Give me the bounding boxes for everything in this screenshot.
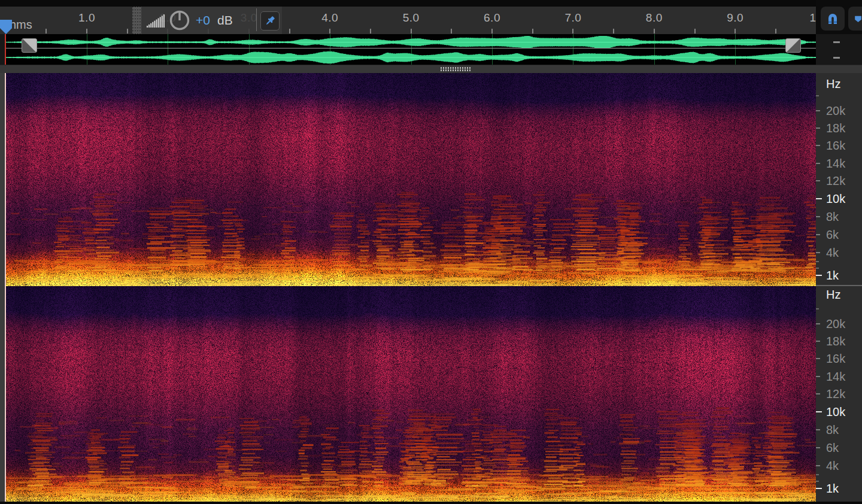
- frequency-label: 1k: [826, 482, 839, 496]
- spectrogram-canvas-2[interactable]: [6, 286, 816, 502]
- frequency-tick: [816, 252, 820, 253]
- fade-in-handle[interactable]: [22, 38, 37, 53]
- playhead-line-spect1: [5, 73, 6, 286]
- frequency-tick-minor: [816, 268, 819, 269]
- frequency-tick: [816, 376, 820, 377]
- ruler-time-label: 9.0: [718, 11, 752, 25]
- frequency-tick-minor: [816, 261, 819, 262]
- frequency-label: 10k: [826, 192, 845, 206]
- frequency-tick: [816, 393, 820, 394]
- gain-unit-label: dB: [217, 13, 233, 28]
- header-toolbar: [816, 0, 862, 34]
- frequency-label: 20k: [826, 104, 845, 118]
- ruler-tick: [694, 29, 696, 34]
- ruler-time-label: 4.0: [313, 11, 347, 25]
- frequency-unit-label: Hz: [826, 77, 840, 91]
- frequency-label: 8k: [826, 423, 839, 437]
- left-margin: [0, 73, 5, 286]
- ruler-tick: [329, 29, 330, 34]
- frequency-label: 8k: [826, 210, 839, 224]
- frequency-tick: [816, 198, 822, 199]
- spectrogram-panel-1: Hz 20k18k16k14k12k10k8k6k4k1k: [0, 73, 862, 286]
- frequency-tick-minor: [816, 474, 819, 475]
- playhead-line-spect2: [5, 286, 6, 502]
- volume-hud[interactable]: +0 dB: [132, 7, 282, 34]
- frequency-tick: [816, 411, 822, 412]
- frequency-tick: [816, 216, 820, 217]
- frequency-tick: [816, 145, 820, 146]
- frequency-label: 6k: [826, 441, 839, 455]
- ruler-tick: [654, 29, 655, 34]
- ruler-tick: [411, 29, 412, 34]
- frequency-tick-minor: [816, 481, 819, 482]
- ruler-tick: [127, 29, 128, 34]
- frequency-label: 20k: [826, 317, 845, 331]
- frequency-tick: [816, 447, 820, 448]
- frequency-tick: [816, 234, 820, 235]
- tool-button-partial[interactable]: [848, 7, 862, 31]
- frequency-unit-label: Hz: [826, 288, 840, 302]
- pushpin-icon: [263, 14, 277, 28]
- ruler-tick: [532, 29, 533, 34]
- frequency-tick-minor: [816, 308, 819, 309]
- ruler-time-label: 10: [800, 11, 816, 25]
- frequency-label: 4k: [826, 246, 839, 260]
- hud-pin-button[interactable]: [260, 11, 280, 31]
- frequency-tick: [816, 465, 820, 466]
- spectrogram-canvas-1[interactable]: [6, 73, 816, 286]
- frequency-label: 14k: [826, 157, 845, 171]
- spectrogram-panel-2: Hz 20k18k16k14k12k10k8k6k4k1k: [0, 286, 862, 504]
- frequency-label: 4k: [826, 459, 839, 473]
- frequency-scale-1: Hz 20k18k16k14k12k10k8k6k4k1k: [816, 73, 862, 286]
- ruler-time-label: 5.0: [394, 11, 428, 25]
- frequency-label: 16k: [826, 139, 845, 153]
- timeline-header: hms 1.02.03.04.05.06.07.08.09.010 +0 dB: [0, 0, 862, 34]
- frequency-tick: [816, 488, 822, 489]
- audio-editor-window: hms 1.02.03.04.05.06.07.08.09.010 +0 dB: [0, 0, 862, 504]
- volume-knob[interactable]: [169, 10, 190, 31]
- ruler-tick: [613, 29, 614, 34]
- tool-partial-icon: [854, 11, 862, 26]
- hud-separator: [256, 8, 257, 31]
- channel1-center-mark: [833, 41, 840, 43]
- hud-drag-grip-icon[interactable]: [132, 7, 141, 34]
- ruler-tick: [289, 29, 290, 34]
- playhead-line-overview: [5, 34, 6, 65]
- frequency-tick: [816, 358, 820, 359]
- frequency-scale-2: Hz 20k18k16k14k12k10k8k6k4k1k: [816, 286, 862, 504]
- frequency-tick: [816, 275, 822, 276]
- divider-grip-icon[interactable]: [441, 67, 472, 71]
- ruler-tick: [775, 29, 776, 34]
- ruler-tick: [45, 29, 47, 34]
- frequency-tick: [816, 163, 820, 164]
- frequency-tick: [816, 323, 820, 324]
- frequency-label: 1k: [826, 269, 839, 283]
- ruler-time-label: 8.0: [638, 11, 671, 25]
- waveform-overview[interactable]: [0, 34, 862, 65]
- frequency-tick-minor: [816, 95, 819, 96]
- magnet-icon: [825, 11, 840, 26]
- level-meter-bars-icon: [147, 13, 167, 28]
- ruler-tick: [370, 29, 371, 34]
- fade-out-handle[interactable]: [785, 38, 801, 53]
- frequency-tick: [816, 429, 820, 430]
- snap-magnet-button[interactable]: [821, 7, 845, 31]
- ruler-time-label: 1.0: [70, 11, 104, 25]
- ruler-tick: [451, 29, 452, 34]
- ruler-tick: [86, 29, 87, 34]
- ruler-time-label: 6.0: [475, 11, 509, 25]
- time-ruler[interactable]: hms 1.02.03.04.05.06.07.08.09.010: [0, 7, 816, 34]
- gain-value[interactable]: +0: [196, 13, 210, 28]
- ruler-unit-label: hms: [10, 18, 32, 32]
- scale-bottom-border: [816, 285, 862, 286]
- frequency-label: 18k: [826, 335, 845, 348]
- waveform-canvas[interactable]: [6, 34, 816, 65]
- frequency-label: 10k: [826, 405, 845, 419]
- frequency-tick: [816, 341, 820, 342]
- bottom-edge: [0, 502, 862, 504]
- panel-divider[interactable]: [0, 65, 862, 74]
- frequency-tick: [816, 180, 820, 181]
- frequency-label: 16k: [826, 352, 845, 366]
- frequency-label: 12k: [826, 387, 845, 401]
- frequency-label: 12k: [826, 174, 845, 188]
